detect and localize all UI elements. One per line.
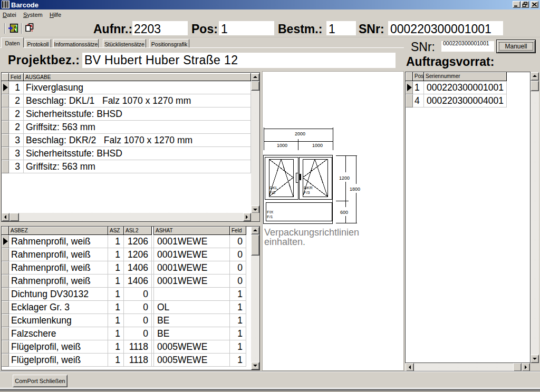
svg-text:F/2: F/2 (269, 190, 276, 195)
svg-text:DKL: DKL (269, 185, 278, 190)
svg-text:1800: 1800 (350, 187, 360, 192)
svg-text:FIX: FIX (267, 210, 274, 214)
svg-text:1000: 1000 (312, 143, 323, 148)
svg-text:DKR: DKR (304, 185, 313, 190)
svg-text:F/3: F/3 (304, 190, 310, 195)
svg-text:1000: 1000 (277, 143, 287, 148)
svg-text:F/1: F/1 (267, 214, 273, 219)
svg-text:1200: 1200 (339, 175, 350, 181)
svg-text:2000: 2000 (295, 131, 305, 136)
svg-text:600: 600 (340, 210, 348, 215)
